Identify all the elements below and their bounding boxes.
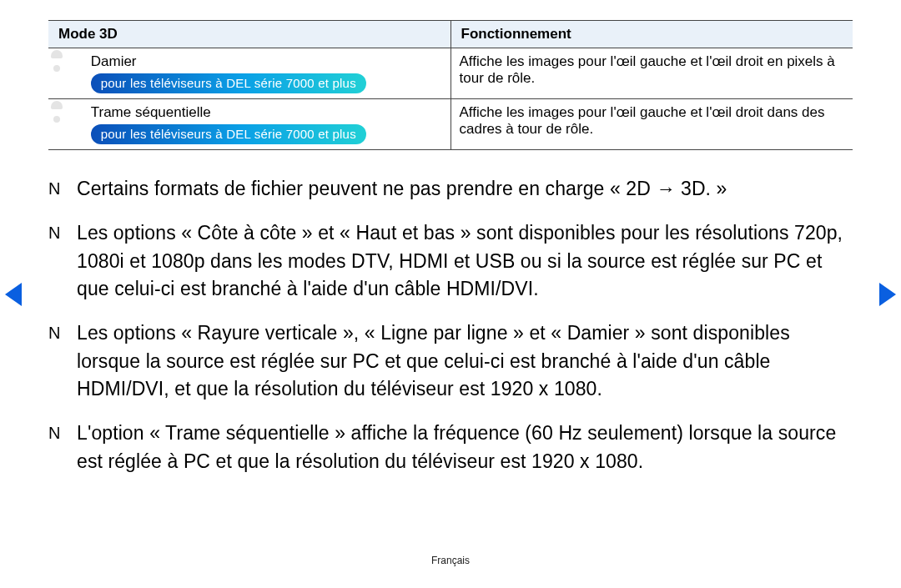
note-marker-icon: N: [48, 219, 72, 246]
table-row: Trame séquentielle pour les téléviseurs …: [48, 99, 853, 150]
table-header-mode: Mode 3D: [48, 21, 450, 48]
note-text: Les options « Côte à côte » et « Haut et…: [77, 219, 853, 303]
page: Mode 3D Fonctionnement Damier pour les t…: [0, 0, 901, 588]
mode-3d-icon: [57, 62, 80, 85]
note-text: Les options « Rayure verticale », « Lign…: [77, 319, 853, 403]
availability-badge: pour les téléviseurs à DEL série 7000 et…: [91, 73, 366, 93]
chevron-left-icon: [5, 283, 22, 306]
note-marker-icon: N: [48, 175, 72, 202]
availability-badge: pour les téléviseurs à DEL série 7000 et…: [91, 124, 366, 144]
note-text: Certains formats de fichier peuvent ne p…: [77, 175, 853, 203]
note-marker-icon: N: [48, 319, 72, 346]
mode-func: Affiche les images pour l'œil gauche et …: [450, 99, 853, 150]
table-row: Damier pour les téléviseurs à DEL série …: [48, 48, 853, 99]
mode-func: Affiche les images pour l'œil gauche et …: [450, 48, 853, 99]
table-header-func: Fonctionnement: [450, 21, 853, 48]
note-item: N Certains formats de fichier peuvent ne…: [48, 175, 853, 203]
mode-label: Trame séquentielle: [91, 104, 366, 121]
mode-3d-icon: [57, 113, 80, 136]
chevron-right-icon: [879, 283, 896, 306]
next-page-button[interactable]: [879, 283, 896, 306]
footer-language: Français: [0, 555, 901, 566]
mode-label: Damier: [91, 53, 366, 70]
mode-3d-table: Mode 3D Fonctionnement Damier pour les t…: [48, 20, 853, 150]
note-item: N Les options « Côte à côte » et « Haut …: [48, 219, 853, 303]
prev-page-button[interactable]: [5, 283, 22, 306]
note-marker-icon: N: [48, 420, 72, 446]
note-item: N Les options « Rayure verticale », « Li…: [48, 319, 853, 403]
note-text: L'option « Trame séquentielle » affiche …: [77, 420, 853, 475]
notes-list: N Certains formats de fichier peuvent ne…: [48, 175, 853, 475]
note-item: N L'option « Trame séquentielle » affich…: [48, 420, 853, 475]
